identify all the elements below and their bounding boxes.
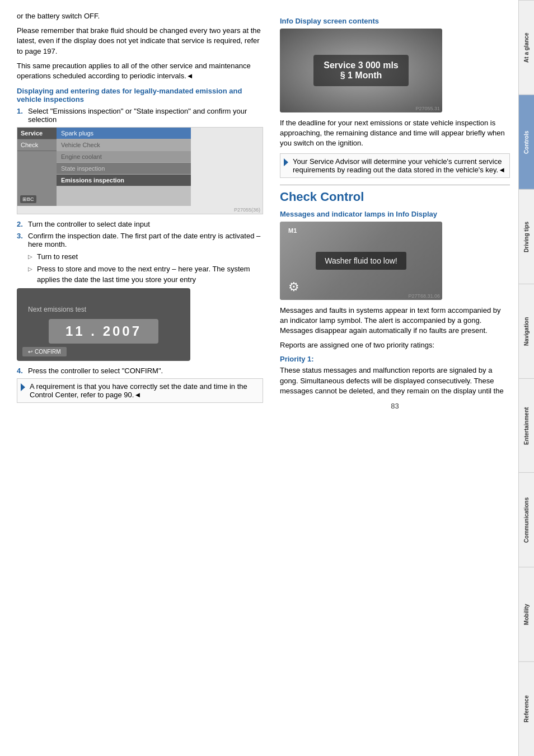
info-display-image: Service 3 000 mls § 1 Month P27055.31: [280, 29, 442, 112]
sidebar-tab-entertainment[interactable]: Entertainment: [519, 378, 534, 473]
confirm-arrow-icon: ↩: [28, 349, 32, 355]
step-3-text: Confirm the inspection date. The first p…: [28, 232, 263, 248]
priority-heading: Priority 1:: [280, 355, 510, 363]
step-3: 3. Confirm the inspection date. The firs…: [17, 232, 263, 248]
step-2: 2. Turn the controller to select date in…: [17, 220, 263, 228]
menu-left-service: Service: [17, 128, 57, 139]
triangle-icon-1: ▷: [28, 253, 34, 262]
date-value: 11 . 2007: [49, 319, 158, 344]
menu-right-state: State inspection: [57, 163, 191, 175]
note-text-left: A requirement is that you have correctly…: [30, 382, 259, 399]
date-input-box: Next emissions test 11 . 2007 ↩ CONFIRM: [17, 288, 190, 361]
step-3-num: 3.: [17, 232, 25, 248]
emissions-label: Next emissions test: [17, 306, 86, 313]
note-triangle-icon-2: [284, 158, 288, 166]
menu-img-ref: P27055(36): [17, 206, 263, 214]
bc-icon: ⊞BC: [20, 195, 36, 203]
check-ctrl-desc-2: Reports are assigned one of two priority…: [280, 340, 510, 350]
sidebar-tab-controls[interactable]: Controls: [519, 95, 534, 189]
service-line1: Service 3 000 mls: [324, 60, 398, 71]
section1-heading: Displaying and entering dates for legall…: [17, 87, 263, 104]
menu-left-check: Check: [17, 139, 57, 151]
step-3-bullets: ▷ Turn to reset ▷ Press to store and mov…: [28, 252, 263, 285]
confirm-label: CONFIRM: [35, 349, 61, 355]
page-number: 83: [280, 402, 510, 410]
service-menu-image: Service Check Spark plugs Vehicle Check …: [17, 127, 263, 214]
sidebar: At a glance Controls Driving tips Naviga…: [518, 0, 534, 756]
bullet-1-text: Turn to reset: [37, 252, 78, 262]
menu-right-vehicle: Vehicle Check: [57, 139, 191, 151]
intro-text-2: Please remember that brake fluid should …: [17, 26, 263, 57]
confirm-button[interactable]: ↩ CONFIRM: [22, 347, 67, 356]
priority-desc: These status messages and malfunction re…: [280, 365, 510, 396]
info-display-heading: Info Display screen contents: [280, 17, 510, 25]
menu-right-emissions: Emissions inspection: [57, 175, 191, 186]
service-overlay: Service 3 000 mls § 1 Month: [313, 55, 408, 86]
sidebar-tab-at-a-glance[interactable]: At a glance: [519, 0, 534, 95]
triangle-icon-2: ▷: [28, 265, 34, 284]
bullet-2-text: Press to store and move to the next entr…: [37, 264, 263, 284]
messages-indicator-heading: Messages and indicator lamps in Info Dis…: [280, 210, 510, 218]
step-4-num: 4.: [17, 367, 25, 375]
step-4-text: Press the controller to select "CONFIRM"…: [28, 367, 163, 375]
intro-text-3: This same precaution applies to all of t…: [17, 61, 263, 81]
step-1-num: 1.: [17, 107, 25, 124]
note-box-left: A requirement is that you have correctly…: [17, 378, 263, 403]
bullet-2: ▷ Press to store and move to the next en…: [28, 264, 263, 284]
img-ref-1: P27055.31: [415, 106, 440, 111]
menu-right-spark: Spark plugs: [57, 128, 191, 139]
note-triangle-icon: [21, 383, 25, 391]
menu-right-engine: Engine coolant: [57, 151, 191, 163]
sidebar-tab-navigation[interactable]: Navigation: [519, 284, 534, 378]
note-box-right: Your Service Advisor will determine your…: [280, 153, 510, 178]
info-display-desc: If the deadline for your next emissions …: [280, 118, 510, 149]
service-line2: § 1 Month: [324, 71, 398, 81]
sidebar-tab-communications[interactable]: Communications: [519, 472, 534, 567]
check-control-heading: Check Control: [280, 185, 510, 204]
check-control-image: M1 ⚙ Washer fluid too low! P27T68.31.06: [280, 222, 442, 300]
step-1-text: Select "Emissions inspection" or "State …: [28, 107, 263, 124]
step-2-text: Turn the controller to select date input: [28, 220, 150, 228]
m1-label: M1: [288, 227, 297, 234]
washer-icon: ⚙: [288, 280, 299, 294]
washer-text: Washer fluid too low!: [316, 252, 406, 270]
sidebar-tab-driving-tips[interactable]: Driving tips: [519, 189, 534, 284]
note-text-right: Your Service Advisor will determine your…: [293, 157, 506, 174]
img-ref-2: P27T68.31.06: [408, 293, 440, 299]
step-4: 4. Press the controller to select "CONFI…: [17, 367, 263, 375]
step-1: 1. Select "Emissions inspection" or "Sta…: [17, 107, 263, 124]
bullet-1: ▷ Turn to reset: [28, 252, 263, 262]
sidebar-tab-mobility[interactable]: Mobility: [519, 567, 534, 661]
sidebar-tab-reference[interactable]: Reference: [519, 661, 534, 756]
intro-text-1: or the battery switch OFF.: [17, 11, 263, 21]
check-ctrl-desc-1: Messages and faults in systems appear in…: [280, 306, 510, 336]
step-2-num: 2.: [17, 220, 25, 228]
